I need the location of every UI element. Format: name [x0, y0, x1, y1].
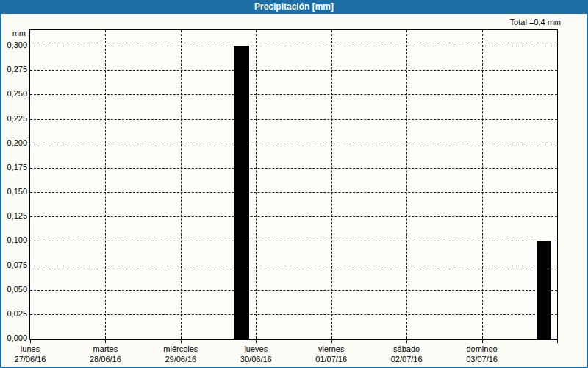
- day-name: viernes: [291, 344, 372, 354]
- y-tick-label: 0,275: [1, 65, 27, 74]
- x-axis-tick: [482, 340, 483, 343]
- x-axis-tick: [105, 340, 106, 343]
- y-tick-label: 0,200: [1, 138, 27, 148]
- h-gridline: [30, 119, 557, 120]
- y-tick-label: 0,075: [1, 261, 27, 270]
- h-gridline: [30, 241, 557, 241]
- h-gridline: [30, 70, 557, 71]
- v-gridline: [181, 30, 182, 339]
- y-tick-label: 0,000: [1, 333, 27, 343]
- chart-title: Precipitación [mm]: [254, 1, 334, 12]
- h-gridline: [30, 290, 557, 291]
- x-axis-tick: [331, 340, 332, 343]
- h-gridline: [30, 46, 557, 46]
- day-name: jueves: [215, 344, 296, 354]
- y-tick-label: 0,300: [1, 40, 27, 50]
- day-date: 29/06/16: [140, 354, 221, 364]
- x-day-label: miércoles29/06/16: [140, 344, 221, 364]
- x-axis-tick: [181, 340, 182, 343]
- y-tick-label: 0,150: [1, 187, 27, 197]
- x-day-label: martes28/06/16: [65, 344, 146, 364]
- x-axis-tick: [406, 340, 407, 343]
- day-name: martes: [65, 344, 146, 354]
- h-gridline: [30, 168, 557, 169]
- y-tick-label: 0,225: [1, 114, 27, 124]
- chart-window: Precipitación [mm] Total =0,4 mm mm 0,00…: [0, 0, 588, 368]
- v-gridline: [256, 30, 257, 339]
- y-tick-label: 0,175: [1, 163, 27, 172]
- x-axis-tick: [30, 340, 31, 343]
- day-name: domingo: [442, 344, 523, 354]
- h-gridline: [30, 144, 557, 144]
- v-gridline: [406, 30, 407, 339]
- precipitation-bar: [234, 46, 249, 339]
- day-date: 28/06/16: [65, 354, 146, 364]
- h-gridline: [30, 314, 557, 315]
- h-gridline: [30, 94, 557, 95]
- y-tick-label: 0,250: [1, 89, 27, 99]
- day-date: 02/07/16: [366, 354, 447, 364]
- x-axis-tick: [256, 340, 257, 343]
- day-date: 01/07/16: [291, 354, 372, 364]
- y-tick-label: 0,100: [1, 236, 27, 245]
- y-tick-label: 0,125: [1, 211, 27, 221]
- x-day-label: sábado02/07/16: [366, 344, 447, 364]
- x-day-label: viernes01/07/16: [291, 344, 372, 364]
- day-name: sábado: [366, 344, 447, 354]
- day-date: 30/06/16: [215, 354, 296, 364]
- chart-title-bar: Precipitación [mm]: [0, 0, 588, 14]
- day-date: 03/07/16: [442, 354, 523, 364]
- precipitation-bar: [537, 241, 551, 339]
- h-gridline: [30, 192, 557, 193]
- v-gridline: [331, 30, 332, 339]
- plot-area: [29, 29, 558, 340]
- x-day-label: jueves30/06/16: [215, 344, 296, 364]
- y-tick-label: 0,025: [1, 309, 27, 319]
- v-gridline: [482, 30, 483, 339]
- y-tick-label: 0,050: [1, 285, 27, 294]
- x-day-label: domingo03/07/16: [442, 344, 523, 364]
- total-annotation: Total =0,4 mm: [510, 18, 561, 26]
- x-day-label: lunes27/06/16: [0, 344, 71, 364]
- y-axis-unit-label: mm: [1, 29, 26, 38]
- x-axis-tick: [557, 340, 558, 343]
- h-gridline: [30, 216, 557, 217]
- v-gridline: [105, 30, 106, 339]
- day-date: 27/06/16: [0, 354, 71, 364]
- day-name: miércoles: [140, 344, 221, 354]
- day-name: lunes: [0, 344, 71, 354]
- h-gridline: [30, 266, 557, 266]
